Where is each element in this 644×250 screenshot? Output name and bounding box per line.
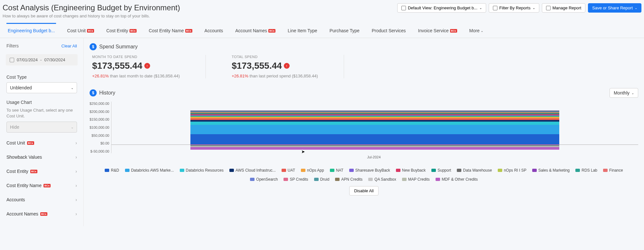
tab-line-item-type[interactable]: Line Item Type: [286, 24, 319, 38]
disable-all-button[interactable]: Disable All: [349, 186, 379, 195]
y-tick: $-50,000.00: [90, 149, 109, 153]
total-spend-block: TOTAL SPEND $173,555.44 ↑ +26.81% than l…: [232, 55, 318, 78]
calendar-icon: [10, 58, 14, 62]
chart-x-label: Jul-2024: [110, 155, 638, 159]
legend-item[interactable]: Sales & Marketing: [532, 168, 570, 173]
chevron-right-icon: ›: [75, 183, 77, 188]
tab-accounts[interactable]: Accounts: [203, 24, 225, 38]
up-arrow-icon: ↑: [144, 63, 150, 69]
date-range-picker[interactable]: 07/01/2024 - 07/30/2024: [6, 54, 78, 65]
cursor-icon: ➤: [301, 149, 305, 154]
tab-cost-entity[interactable]: Cost EntityBCs: [105, 24, 138, 38]
usage-chart-select[interactable]: Hide ⌄: [6, 122, 77, 133]
filters-sidebar: Filters Clear All 07/01/2024 - 07/30/202…: [0, 38, 84, 226]
grid-icon: [401, 6, 406, 10]
history-title: History: [99, 90, 115, 96]
cost-type-select[interactable]: Unblended ⌄: [6, 82, 77, 93]
tab-cost-unit[interactable]: Cost UnitBCs: [66, 24, 95, 38]
usage-chart-hint: To see Usage Chart, select any one Cost …: [6, 107, 77, 119]
history-chart: $250,000.00$200,000.00$150,000.00$100,00…: [90, 102, 638, 153]
legend-item[interactable]: Databricks Resources: [180, 168, 224, 173]
save-share-report-button[interactable]: Save or Share Report ⌄: [588, 3, 641, 13]
default-view-dropdown[interactable]: Default View: Engineering Budget b... ⌄: [397, 3, 486, 13]
legend-item[interactable]: R&D: [105, 168, 119, 173]
chevron-right-icon: ›: [75, 169, 77, 174]
y-tick: $50,000.00: [90, 134, 109, 137]
cost-type-label: Cost Type: [6, 75, 77, 80]
chevron-right-icon: ›: [75, 197, 77, 202]
legend-item[interactable]: Finance: [603, 168, 623, 173]
legend-item[interactable]: nOps App: [301, 168, 324, 173]
y-tick: $0.00: [90, 141, 109, 145]
tab-cost-entity-name[interactable]: Cost Entity NameBCs: [148, 24, 194, 38]
usage-chart-label: Usage Chart: [6, 100, 77, 105]
tab-invoice-service[interactable]: Invoice ServiceBCs: [417, 24, 458, 38]
y-tick: $100,000.00: [90, 125, 109, 129]
legend-item[interactable]: SP Credits: [284, 177, 308, 182]
bar-segment[interactable]: [190, 125, 559, 134]
filter-by-reports-dropdown[interactable]: Filter By Reports ⌄: [489, 3, 539, 13]
tab-more[interactable]: More⌄: [468, 24, 485, 38]
chevron-right-icon: ›: [75, 140, 77, 145]
legend-item[interactable]: NAT: [330, 168, 343, 173]
filter-row-cost-unit[interactable]: Cost UnitBCs›: [3, 136, 80, 150]
tab-engineering-budget-b-[interactable]: Engineering Budget b...: [6, 24, 56, 38]
legend-item[interactable]: MAP Credits: [402, 177, 430, 182]
filter-icon: [493, 6, 497, 10]
legend-item[interactable]: OpenSearch: [250, 177, 278, 182]
filter-row-accounts[interactable]: Accounts›: [3, 193, 80, 207]
filter-row-cost-entity-name[interactable]: Cost Entity NameBCs›: [3, 178, 80, 193]
bar-segment[interactable]: [190, 147, 559, 150]
y-tick: $150,000.00: [90, 117, 109, 121]
legend-item[interactable]: Databricks AWS Marke...: [125, 168, 174, 173]
filter-row-cost-entity[interactable]: Cost EntityBCs›: [3, 164, 80, 178]
tab-purchase-type[interactable]: Purchase Type: [328, 24, 361, 38]
filter-row-account-names[interactable]: Account NamesBCs›: [3, 207, 80, 221]
filters-title: Filters: [6, 43, 19, 48]
y-tick: $250,000.00: [90, 102, 109, 105]
edit-icon: [546, 6, 551, 10]
tab-account-names[interactable]: Account NamesBCs: [234, 24, 277, 38]
legend-item[interactable]: nOps RI I SP: [498, 168, 526, 173]
bar-segment[interactable]: [190, 134, 559, 145]
page-title: Cost Analysis (Engineering Budget by Env…: [3, 3, 180, 12]
dollar-icon: $: [90, 89, 97, 96]
legend-item[interactable]: QA Sandbox: [368, 177, 396, 182]
mtd-spend-block: MONTH TO DATE SPEND $173,555.44 ↑ +26.81…: [92, 55, 180, 78]
legend-item[interactable]: Support: [431, 168, 451, 173]
bar-segment[interactable]: [190, 122, 559, 125]
legend-item[interactable]: Sharesave BuyBack: [349, 168, 390, 173]
chevron-right-icon: ›: [75, 211, 77, 216]
legend-item[interactable]: APN Credits: [335, 177, 362, 182]
legend-item[interactable]: MDF & Other Credits: [436, 177, 478, 182]
dollar-icon: $: [90, 43, 97, 50]
chevron-down-icon: ⌄: [71, 86, 73, 90]
clear-all-link[interactable]: Clear All: [62, 44, 77, 48]
tab-product-services[interactable]: Product Services: [370, 24, 407, 38]
legend-item[interactable]: Druid: [314, 177, 330, 182]
granularity-select[interactable]: Monthly ⌄: [610, 88, 638, 98]
chevron-down-icon: ⌄: [635, 6, 637, 10]
up-arrow-icon: ↑: [284, 63, 290, 69]
legend-item[interactable]: UAT: [282, 168, 295, 173]
chart-legend: R&DDatabricks AWS Marke...Databricks Res…: [90, 168, 638, 182]
y-tick: $200,000.00: [90, 110, 109, 114]
filter-row-showback-values[interactable]: Showback Values›: [3, 150, 80, 164]
report-tabs: Engineering Budget b...Cost UnitBCsCost …: [0, 24, 644, 38]
legend-item[interactable]: RDS Lab: [575, 168, 597, 173]
chevron-down-icon: ⌄: [71, 125, 73, 129]
chevron-right-icon: ›: [75, 155, 77, 160]
legend-item[interactable]: Data Warehouse: [457, 168, 492, 173]
page-subtitle: How to always be aware of cost changes a…: [3, 14, 180, 18]
manage-report-button[interactable]: Manage Report: [542, 3, 586, 13]
chevron-down-icon: ⌄: [479, 6, 482, 10]
spend-summary-title: Spend Summary: [99, 44, 138, 50]
chevron-down-icon: ⌄: [631, 91, 634, 95]
legend-item[interactable]: New Buyback: [396, 168, 426, 173]
chevron-down-icon: ⌄: [533, 6, 535, 10]
legend-item[interactable]: AWS Cloud Infrastruc...: [229, 168, 276, 173]
